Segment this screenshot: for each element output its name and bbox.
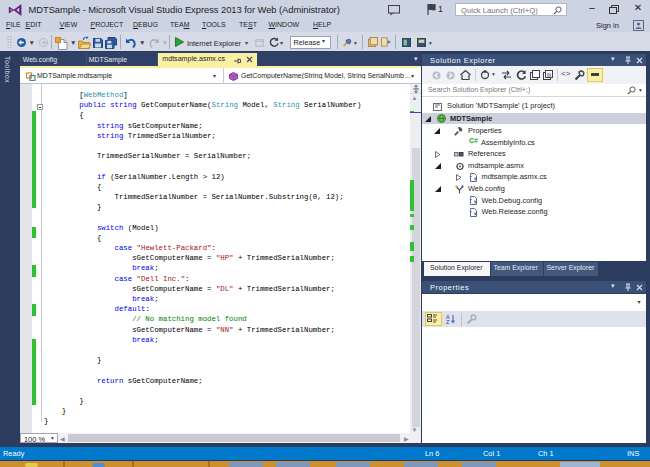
svg-text:Z: Z <box>446 319 450 324</box>
